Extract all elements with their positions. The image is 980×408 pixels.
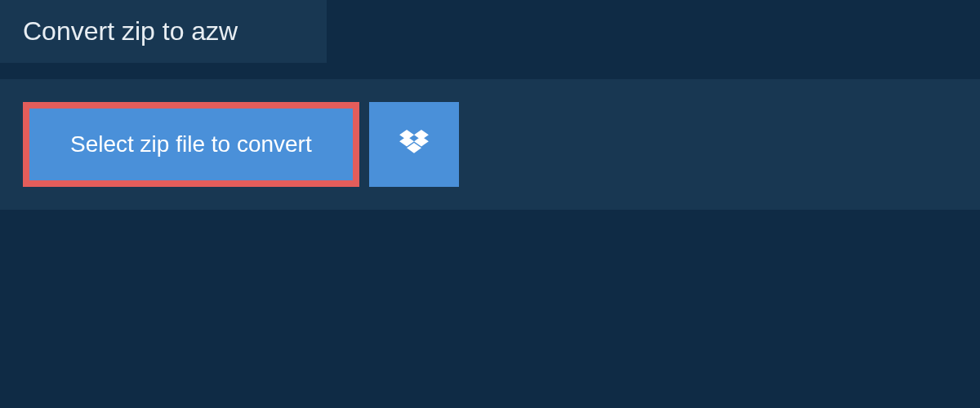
button-row: Select zip file to convert xyxy=(23,102,957,187)
page-title: Convert zip to azw xyxy=(23,16,304,47)
dropbox-button[interactable] xyxy=(369,102,459,187)
upload-panel: Select zip file to convert xyxy=(0,79,980,210)
select-file-button[interactable]: Select zip file to convert xyxy=(23,102,359,187)
dropbox-icon xyxy=(399,130,429,160)
select-file-label: Select zip file to convert xyxy=(70,131,312,157)
page-header: Convert zip to azw xyxy=(0,0,327,63)
